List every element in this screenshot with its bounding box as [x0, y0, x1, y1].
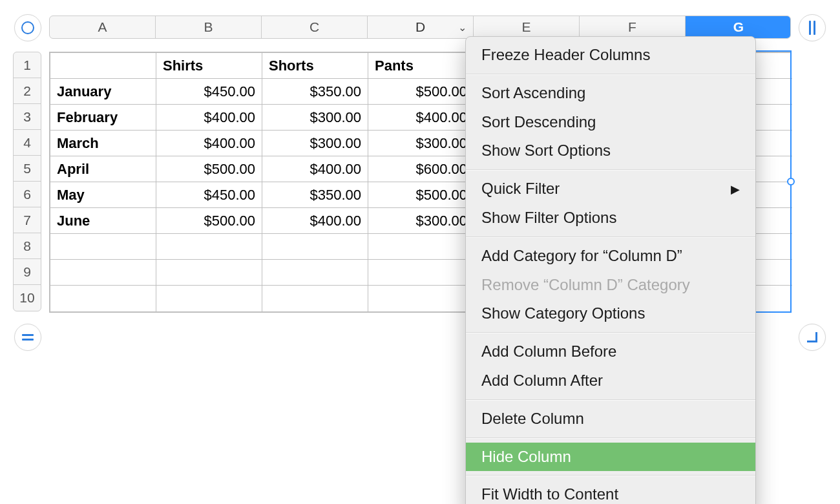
cell[interactable]: January [50, 79, 156, 105]
menu-item-label: Show Category Options [481, 302, 645, 325]
menu-item-hide-column[interactable]: Hide Column [466, 443, 755, 472]
row-header-2[interactable]: 2 [14, 78, 41, 104]
cell[interactable]: $300.00 [262, 105, 368, 131]
menu-item-label: Sort Descending [481, 111, 596, 134]
column-header-c[interactable]: C [262, 16, 368, 38]
cell[interactable]: June [50, 208, 156, 234]
column-headers: ABCD⌄EFG [49, 16, 791, 39]
menu-item-fit-width-to-content[interactable]: Fit Width to Content [466, 480, 755, 504]
cell[interactable]: $400.00 [156, 105, 262, 131]
cell[interactable]: Pants [368, 53, 474, 79]
menu-item-add-column-before[interactable]: Add Column Before [466, 337, 755, 366]
select-all-button[interactable] [14, 14, 41, 41]
cell[interactable] [50, 53, 156, 79]
rows-icon [22, 334, 34, 341]
add-row-button[interactable] [14, 324, 41, 351]
menu-item-label: Fit Width to Content [481, 483, 618, 504]
cell[interactable]: $300.00 [368, 131, 474, 156]
cell[interactable]: $500.00 [156, 156, 262, 182]
cell[interactable]: $300.00 [262, 131, 368, 156]
column-header-a[interactable]: A [50, 16, 156, 38]
menu-separator [466, 332, 755, 333]
column-header-g[interactable]: G [686, 16, 791, 38]
menu-item-label: Sort Ascending [481, 82, 585, 105]
cell[interactable]: February [50, 105, 156, 131]
cell[interactable] [50, 260, 156, 286]
cell[interactable]: $400.00 [262, 208, 368, 234]
cell[interactable]: May [50, 182, 156, 208]
cell[interactable] [156, 234, 262, 260]
row-header-9[interactable]: 9 [14, 259, 41, 285]
menu-item-show-sort-options[interactable]: Show Sort Options [466, 136, 755, 165]
cell[interactable]: $350.00 [262, 79, 368, 105]
menu-separator [466, 437, 755, 439]
row-header-3[interactable]: 3 [14, 104, 41, 130]
cell[interactable] [262, 286, 368, 311]
submenu-arrow-icon: ▶ [731, 181, 740, 198]
row-headers: 12345678910 [13, 52, 41, 311]
cell[interactable]: $450.00 [156, 182, 262, 208]
menu-item-label: Freeze Header Columns [481, 44, 650, 67]
chevron-down-icon[interactable]: ⌄ [458, 21, 467, 34]
cell[interactable]: $400.00 [368, 105, 474, 131]
menu-separator [466, 236, 755, 238]
cell[interactable]: $500.00 [368, 182, 474, 208]
menu-item-label: Add Column After [481, 370, 603, 392]
menu-item-label: Hide Column [481, 446, 571, 468]
menu-item-show-filter-options[interactable]: Show Filter Options [466, 204, 755, 233]
row-header-1[interactable]: 1 [14, 52, 41, 78]
cell[interactable]: $500.00 [156, 208, 262, 234]
menu-item-show-category-options[interactable]: Show Category Options [466, 299, 755, 328]
cell[interactable]: $450.00 [156, 79, 262, 105]
cell[interactable]: $400.00 [156, 131, 262, 156]
menu-item-sort-ascending[interactable]: Sort Ascending [466, 79, 755, 108]
column-context-menu: Freeze Header ColumnsSort AscendingSort … [465, 36, 756, 504]
resize-corner-icon [807, 332, 817, 342]
menu-separator [466, 475, 755, 476]
cell[interactable]: $600.00 [368, 156, 474, 182]
row-header-8[interactable]: 8 [14, 233, 41, 259]
column-header-d[interactable]: D⌄ [368, 16, 474, 38]
cell[interactable] [156, 286, 262, 311]
column-header-e[interactable]: E [474, 16, 580, 38]
cell[interactable]: Shirts [156, 53, 262, 79]
menu-item-label: Remove “Column D” Category [481, 274, 690, 297]
menu-item-freeze-header-columns[interactable]: Freeze Header Columns [466, 41, 755, 70]
cell[interactable]: April [50, 156, 156, 182]
cell[interactable] [50, 286, 156, 311]
menu-item-add-column-after[interactable]: Add Column After [466, 366, 755, 395]
add-column-button[interactable] [799, 14, 826, 41]
cell[interactable] [262, 234, 368, 260]
row-header-6[interactable]: 6 [14, 182, 41, 207]
cell[interactable] [156, 260, 262, 286]
column-header-b[interactable]: B [156, 16, 262, 38]
cell[interactable] [368, 260, 474, 286]
row-header-10[interactable]: 10 [14, 285, 41, 311]
cell[interactable]: $500.00 [368, 79, 474, 105]
cell[interactable] [368, 286, 474, 311]
row-header-4[interactable]: 4 [14, 130, 41, 156]
cell[interactable] [50, 234, 156, 260]
cell[interactable]: March [50, 131, 156, 156]
menu-separator [466, 169, 755, 171]
cell[interactable]: $300.00 [368, 208, 474, 234]
menu-item-label: Add Category for “Column D” [481, 245, 682, 268]
menu-item-delete-column[interactable]: Delete Column [466, 404, 755, 434]
row-header-5[interactable]: 5 [14, 156, 41, 182]
cell[interactable]: $350.00 [262, 182, 368, 208]
menu-item-label: Delete Column [481, 408, 584, 430]
menu-item-remove-column-d-category: Remove “Column D” Category [466, 271, 755, 300]
menu-item-quick-filter[interactable]: Quick Filter▶ [466, 174, 755, 204]
cell[interactable] [368, 234, 474, 260]
columns-icon [809, 21, 815, 35]
cell[interactable]: Shorts [262, 53, 368, 79]
cell[interactable]: $400.00 [262, 156, 368, 182]
row-header-7[interactable]: 7 [14, 207, 41, 233]
menu-item-label: Show Filter Options [481, 207, 616, 229]
column-header-f[interactable]: F [580, 16, 686, 38]
cell[interactable] [262, 260, 368, 286]
menu-item-add-category-for-column-d[interactable]: Add Category for “Column D” [466, 242, 755, 271]
resize-table-button[interactable] [799, 324, 826, 351]
menu-item-sort-descending[interactable]: Sort Descending [466, 108, 755, 137]
menu-separator [466, 399, 755, 401]
